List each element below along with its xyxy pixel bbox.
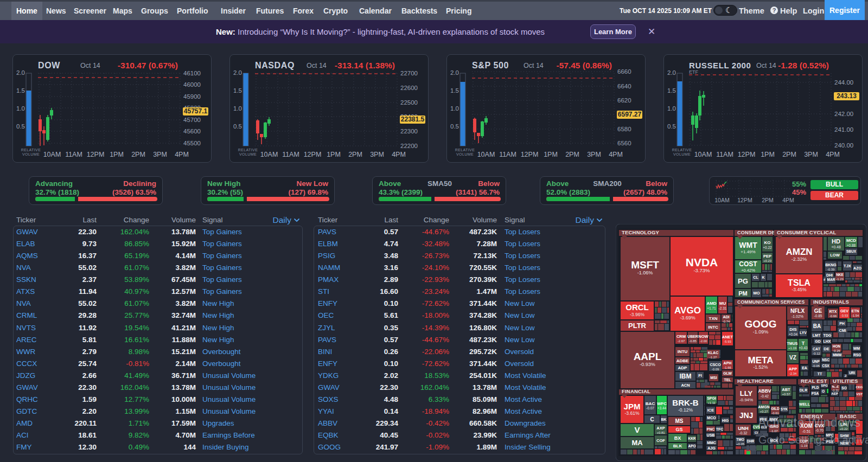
svg-text:RTX: RTX (829, 310, 837, 313)
svg-text:WM: WM (853, 347, 860, 350)
svg-text:O: O (822, 389, 825, 393)
svg-text:HEALTHCARE: HEALTHCARE (737, 378, 774, 384)
svg-text:TXN: TXN (709, 316, 718, 321)
svg-text:-0.12: -0.12 (813, 352, 820, 355)
svg-text:V: V (634, 425, 640, 434)
svg-text:-1.02%: -1.02% (792, 315, 803, 318)
svg-text:PEP: PEP (763, 254, 771, 259)
svg-text:GEV: GEV (840, 309, 848, 313)
svg-text:-1.54: -1.54 (852, 314, 859, 317)
svg-text:PH: PH (839, 322, 845, 325)
svg-text:COST: COST (739, 260, 757, 268)
svg-text:TT: TT (818, 372, 822, 376)
svg-text:JNJ: JNJ (739, 411, 754, 420)
svg-text:-0.74: -0.74 (723, 320, 730, 323)
svg-text:UNP: UNP (812, 360, 820, 363)
svg-text:INDUSTRIALS: INDUSTRIALS (813, 299, 849, 305)
svg-text:USB: USB (707, 433, 715, 437)
svg-text:COMMUNICATION SERVICES: COMMUNICATION SERVICES (737, 299, 805, 305)
svg-text:UNH: UNH (738, 426, 749, 431)
svg-text:ACN: ACN (681, 383, 690, 388)
svg-text:ADP: ADP (678, 365, 688, 370)
svg-text:CSCO: CSCO (710, 363, 721, 367)
svg-text:-2.67: -2.67 (678, 339, 685, 343)
svg-text:MAR: MAR (827, 278, 835, 281)
svg-text:TEL: TEL (724, 378, 731, 382)
svg-text:-3.69%: -3.69% (680, 315, 695, 320)
svg-text:MS: MS (675, 418, 684, 424)
svg-text:-0.09: -0.09 (712, 368, 719, 371)
svg-text:SBUX: SBUX (846, 249, 857, 253)
svg-text:+0.57: +0.57 (782, 393, 790, 396)
svg-text:ICE: ICE (707, 408, 714, 413)
svg-text:MCO: MCO (707, 416, 716, 420)
svg-text:GOOG: GOOG (744, 318, 776, 330)
svg-text:SYK: SYK (781, 407, 788, 411)
svg-text:+1.49%: +1.49% (741, 249, 755, 254)
svg-text:-3.53: -3.53 (841, 314, 848, 317)
svg-text:-2.00: -2.00 (700, 339, 707, 343)
svg-text:+1.71: +1.71 (707, 306, 716, 310)
svg-text:+0.42%: +0.42% (741, 268, 755, 273)
svg-text:-0.85: -0.85 (814, 314, 822, 318)
svg-text:-1.66: -1.66 (724, 366, 731, 369)
svg-text:CONSUMER CYCLICAL: CONSUMER CYCLICAL (777, 229, 836, 235)
svg-text:+0.43: +0.43 (799, 346, 808, 350)
svg-text:AEP: AEP (831, 392, 838, 395)
svg-text:AXP: AXP (656, 426, 665, 431)
svg-text:-2.34: -2.34 (789, 372, 797, 375)
svg-text:-3.73%: -3.73% (693, 267, 710, 273)
svg-text:PM: PM (738, 290, 748, 297)
svg-text:GS: GS (675, 427, 682, 432)
svg-text:+1.19: +1.19 (788, 347, 797, 350)
svg-text:-0.39: -0.39 (827, 268, 835, 271)
svg-text:EA: EA (802, 366, 807, 370)
svg-text:ETN: ETN (852, 309, 859, 313)
svg-text:WELL: WELL (799, 402, 810, 406)
svg-text:PG: PG (738, 277, 748, 285)
svg-text:BAC: BAC (646, 401, 655, 406)
svg-text:LHX: LHX (824, 339, 831, 343)
svg-text:APO: APO (688, 444, 695, 448)
svg-text:KKR: KKR (688, 437, 695, 440)
svg-text:SPG: SPG (821, 384, 828, 387)
svg-text:UTILITIES: UTILITIES (833, 378, 858, 384)
svg-text:COF: COF (656, 438, 665, 443)
svg-text:+0.48: +0.48 (831, 245, 841, 249)
svg-text:DHI: DHI (826, 273, 833, 277)
svg-text:BX: BX (674, 435, 681, 441)
svg-text:META: META (748, 355, 774, 365)
svg-text:NSC: NSC (822, 358, 829, 362)
svg-text:-3.61%: -3.61% (625, 410, 640, 416)
svg-text:-1.23: -1.23 (836, 278, 844, 281)
svg-text:INTC: INTC (708, 325, 718, 330)
svg-text:J: J (845, 374, 846, 377)
svg-text:APH: APH (724, 361, 732, 365)
svg-text:APP: APP (789, 367, 797, 371)
svg-text:DLR: DLR (800, 388, 807, 392)
svg-text:AZO: AZO (853, 266, 861, 270)
svg-text:MSFT: MSFT (631, 259, 659, 271)
svg-text:-3.96%: -3.96% (630, 312, 644, 317)
svg-text:ABBV: ABBV (758, 388, 771, 394)
svg-text:MMM: MMM (833, 353, 841, 357)
svg-text:ANET: ANET (722, 335, 733, 339)
svg-text:LLY: LLY (740, 389, 753, 397)
svg-text:TDG: TDG (824, 333, 832, 337)
svg-text:AMD: AMD (706, 301, 716, 306)
svg-text:ADBE: ADBE (676, 358, 689, 363)
svg-text:KLAC: KLAC (708, 351, 718, 355)
svg-text:-1.06%: -1.06% (637, 270, 653, 275)
svg-text:FINANCIAL: FINANCIAL (622, 388, 650, 394)
svg-text:MSI: MSI (710, 376, 717, 380)
svg-text:JPM: JPM (624, 402, 641, 411)
svg-text:BK: BK (661, 418, 666, 421)
svg-text:C: C (650, 416, 654, 422)
svg-text:MCD: MCD (846, 238, 856, 243)
svg-text:RSG: RSG (853, 353, 861, 357)
svg-text:-0.07: -0.07 (646, 406, 654, 410)
svg-text:DE: DE (824, 347, 829, 351)
svg-text:+0.27: +0.27 (760, 410, 768, 413)
svg-text:+0.22: +0.22 (763, 246, 772, 249)
svg-text:-0.85: -0.85 (689, 339, 697, 343)
